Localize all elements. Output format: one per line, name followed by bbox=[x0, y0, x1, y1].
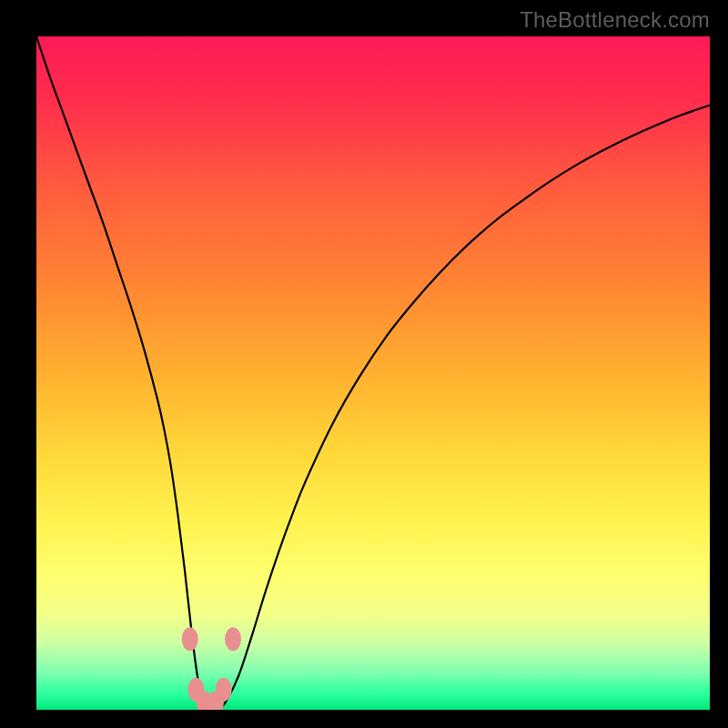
curve-markers bbox=[182, 627, 241, 710]
marker-dot bbox=[216, 678, 232, 702]
plot-area bbox=[36, 36, 710, 710]
marker-dot bbox=[225, 627, 241, 651]
bottleneck-curve bbox=[36, 36, 710, 710]
watermark-text: TheBottleneck.com bbox=[520, 7, 710, 33]
curve-line bbox=[36, 36, 710, 708]
marker-dot bbox=[182, 627, 198, 651]
chart-frame: TheBottleneck.com bbox=[0, 0, 728, 728]
